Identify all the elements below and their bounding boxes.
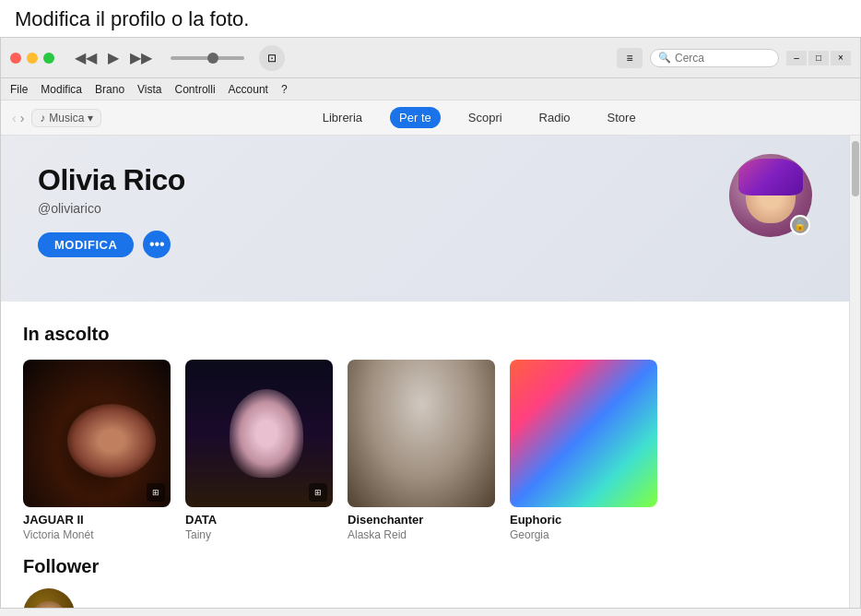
minimize-dot[interactable] <box>27 53 38 64</box>
transport-controls: ◀◀ ▶ ▶▶ <box>71 47 156 68</box>
album-art-disenchanter <box>348 360 495 507</box>
content-area: Olivia Rico @oliviarico MODIFICA ••• 🔒 <box>1 136 860 608</box>
menu-controlli[interactable]: Controlli <box>175 83 216 96</box>
menu-account[interactable]: Account <box>229 83 268 96</box>
more-options-button[interactable]: ••• <box>143 231 171 258</box>
os-close-button[interactable]: × <box>831 51 851 65</box>
navbar: ‹ › ♪ Musica ▾ Libreria Per te Scopri Ra… <box>1 101 860 136</box>
volume-slider[interactable] <box>171 56 244 60</box>
menu-vista[interactable]: Vista <box>137 83 161 96</box>
search-icon: 🔍 <box>658 52 671 64</box>
avatar-container[interactable]: 🔒 <box>729 154 812 237</box>
lock-badge: 🔒 <box>790 215 810 235</box>
album-badge-jaguar: ⊞ <box>147 483 165 502</box>
albums-grid: ⊞ JAGUAR II Victoria Monét ⊞ DATA Tainy <box>23 360 827 541</box>
profile-section: Olivia Rico @oliviarico MODIFICA ••• 🔒 <box>1 136 849 302</box>
scrollbar-track <box>849 136 860 608</box>
in-ascolto-section: In ascolto ⊞ JAGUAR II Victoria Monét ⊞ <box>1 302 849 556</box>
close-dot[interactable] <box>10 53 21 64</box>
os-minimize-button[interactable]: – <box>786 51 807 65</box>
edit-profile-button[interactable]: MODIFICA <box>38 232 134 257</box>
nav-scopri[interactable]: Scopri <box>459 107 512 128</box>
window-controls <box>10 53 54 64</box>
nav-radio[interactable]: Radio <box>530 107 580 128</box>
album-card-disenchanter[interactable]: Disenchanter Alaska Reid <box>348 360 495 541</box>
next-button[interactable]: ▶▶ <box>126 47 156 68</box>
music-source-badge[interactable]: ♪ Musica ▾ <box>31 109 101 127</box>
titlebar-right: ≡ 🔍 – □ × <box>617 48 851 68</box>
profile-handle: @oliviarico <box>38 201 812 216</box>
os-maximize-button[interactable]: □ <box>808 51 829 65</box>
profile-actions: MODIFICA ••• <box>38 231 812 258</box>
tooltip-text: Modifica il profilo o la foto. <box>15 7 249 30</box>
os-window-controls: – □ × <box>786 51 851 65</box>
more-icon: ••• <box>149 236 165 253</box>
album-card-data[interactable]: ⊞ DATA Tainy <box>185 360 333 541</box>
nav-arrows: ‹ › <box>12 111 24 125</box>
album-title-jaguar: JAGUAR II <box>23 513 171 527</box>
follower-section: Follower <box>1 556 849 608</box>
maximize-dot[interactable] <box>43 53 54 64</box>
lock-icon: 🔒 <box>794 219 807 231</box>
tooltip-bar: Modifica il profilo o la foto. <box>0 0 861 37</box>
forward-button[interactable]: › <box>20 111 25 125</box>
music-note-icon: ♪ <box>40 112 45 124</box>
prev-button[interactable]: ◀◀ <box>71 47 100 68</box>
airplay-icon: ⊡ <box>267 52 277 65</box>
nav-libreria[interactable]: Libreria <box>313 107 372 128</box>
nav-store[interactable]: Store <box>598 107 645 128</box>
airplay-button[interactable]: ⊡ <box>259 45 285 71</box>
search-input[interactable] <box>675 52 771 65</box>
search-box[interactable]: 🔍 <box>650 49 779 67</box>
album-title-euphoric: Euphoric <box>510 513 657 527</box>
album-art-euphoric <box>510 360 657 507</box>
nav-links: Libreria Per te Scopri Radio Store <box>109 107 849 128</box>
album-art-jaguar: ⊞ <box>23 360 171 507</box>
follower-avatar[interactable] <box>23 588 75 608</box>
chevron-down-icon: ▾ <box>88 112 93 124</box>
music-label: Musica <box>49 112 84 124</box>
album-artist-data: Tainy <box>185 528 333 541</box>
album-artist-euphoric: Georgia <box>510 528 657 541</box>
follower-title: Follower <box>23 556 827 577</box>
itunes-window: ◀◀ ▶ ▶▶ ⊡ ≡ 🔍 – □ × File Mo <box>0 37 861 609</box>
album-badge-data: ⊞ <box>309 483 327 502</box>
titlebar: ◀◀ ▶ ▶▶ ⊡ ≡ 🔍 – □ × <box>1 38 860 78</box>
album-title-disenchanter: Disenchanter <box>348 513 495 527</box>
menu-brano[interactable]: Brano <box>95 83 124 96</box>
album-card-euphoric[interactable]: Euphoric Georgia <box>510 360 657 541</box>
menubar: File Modifica Brano Vista Controlli Acco… <box>1 78 860 101</box>
back-button[interactable]: ‹ <box>12 111 17 125</box>
list-view-button[interactable]: ≡ <box>617 48 643 68</box>
album-artist-disenchanter: Alaska Reid <box>348 528 495 541</box>
menu-file[interactable]: File <box>10 83 28 96</box>
menu-modifica[interactable]: Modifica <box>41 83 82 96</box>
volume-thumb <box>207 53 218 64</box>
album-art-data: ⊞ <box>185 360 333 507</box>
in-ascolto-title: In ascolto <box>23 324 827 345</box>
menu-help[interactable]: ? <box>281 83 288 96</box>
album-title-data: DATA <box>185 513 333 527</box>
profile-name: Olivia Rico <box>38 163 812 197</box>
scrollbar-thumb[interactable] <box>852 141 859 196</box>
main-content: Olivia Rico @oliviarico MODIFICA ••• 🔒 <box>1 136 849 608</box>
album-artist-jaguar: Victoria Monét <box>23 528 171 541</box>
album-card-jaguar[interactable]: ⊞ JAGUAR II Victoria Monét <box>23 360 171 541</box>
nav-per-te[interactable]: Per te <box>390 107 441 128</box>
play-button[interactable]: ▶ <box>104 47 123 68</box>
